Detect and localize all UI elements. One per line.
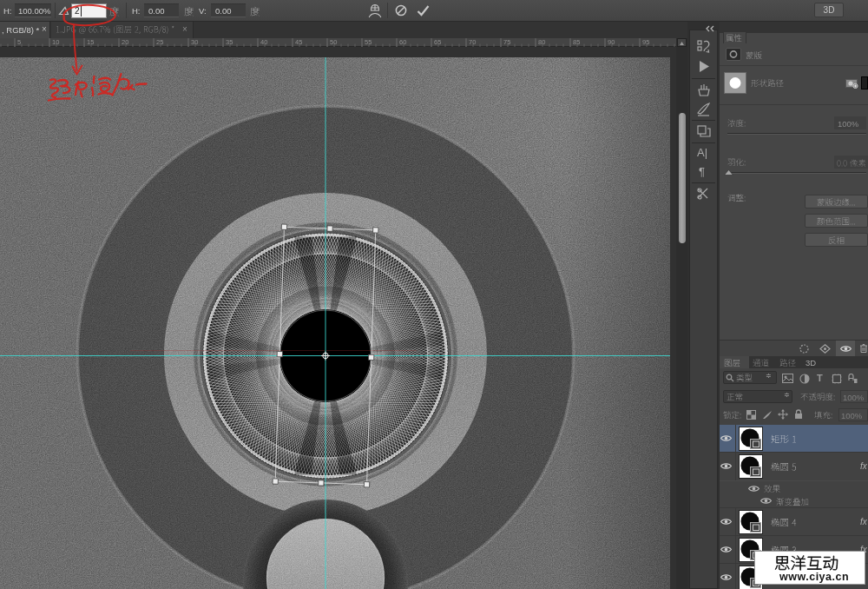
svg-text:A|: A|: [697, 146, 707, 159]
svg-text:¶: ¶: [699, 165, 705, 178]
